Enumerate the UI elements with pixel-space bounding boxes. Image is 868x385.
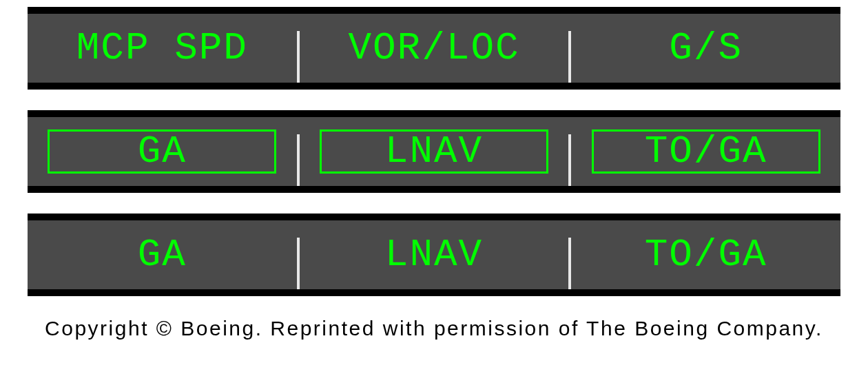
thrust-mode-cell: MCP SPD xyxy=(28,14,297,83)
pitch-mode-text: TO/GA xyxy=(645,129,767,174)
fma-panel-3: GA LNAV TO/GA xyxy=(28,214,840,296)
pitch-mode-cell: TO/GA xyxy=(571,220,840,289)
thrust-mode-cell: GA xyxy=(28,220,297,289)
roll-mode-cell: LNAV xyxy=(300,220,569,289)
fma-row: GA LNAV TO/GA xyxy=(28,117,840,186)
roll-mode-text: VOR/LOC xyxy=(348,26,519,70)
fma-panel-1: MCP SPD VOR/LOC G/S xyxy=(28,7,840,90)
roll-mode-cell: VOR/LOC xyxy=(300,14,569,83)
pitch-mode-text: TO/GA xyxy=(645,233,767,277)
thrust-mode-text: GA xyxy=(138,129,187,174)
thrust-mode-cell: GA xyxy=(28,117,297,186)
copyright-text: Copyright © Boeing. Reprinted with permi… xyxy=(28,317,840,340)
mode-engaged-box: LNAV xyxy=(320,129,548,174)
fma-panel-2: GA LNAV TO/GA xyxy=(28,110,840,193)
roll-mode-text: LNAV xyxy=(385,129,483,174)
thrust-mode-text: MCP SPD xyxy=(76,26,248,70)
roll-mode-text: LNAV xyxy=(385,233,483,277)
pitch-mode-cell: TO/GA xyxy=(571,117,840,186)
mode-engaged-box: TO/GA xyxy=(592,129,820,174)
roll-mode-cell: LNAV xyxy=(300,117,569,186)
thrust-mode-text: GA xyxy=(138,233,187,277)
fma-row: GA LNAV TO/GA xyxy=(28,220,840,289)
fma-row: MCP SPD VOR/LOC G/S xyxy=(28,14,840,83)
pitch-mode-cell: G/S xyxy=(571,14,840,83)
mode-engaged-box: GA xyxy=(48,129,276,174)
pitch-mode-text: G/S xyxy=(669,26,743,70)
